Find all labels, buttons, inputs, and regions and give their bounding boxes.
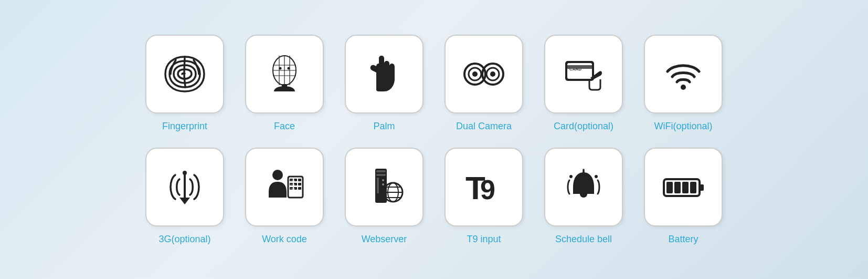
svg-text:1 2 3: 1 2 3 xyxy=(290,179,295,182)
icon-box-face xyxy=(245,35,324,113)
icon-box-card: CARD xyxy=(544,35,623,113)
schedule-bell-icon xyxy=(560,163,607,211)
cell-work-code: 1 2 3 4 5 6 7 8 9 Work code xyxy=(245,148,324,245)
icon-box-schedule-bell xyxy=(544,148,623,226)
wifi-icon xyxy=(660,50,707,98)
t9-icon: T 9 xyxy=(460,163,507,211)
cell-3g: 3G(optional) xyxy=(145,148,224,245)
cell-webserver: Webserver xyxy=(345,148,424,245)
svg-text:7 8 9: 7 8 9 xyxy=(290,188,295,190)
label-battery: Battery xyxy=(668,234,698,245)
cell-t9: T 9 T9 input xyxy=(444,148,523,245)
icon-box-palm xyxy=(345,35,424,113)
cell-battery: Battery xyxy=(644,148,723,245)
svg-text:9: 9 xyxy=(480,174,495,205)
svg-rect-40 xyxy=(376,174,386,176)
card-icon: CARD xyxy=(560,50,607,98)
svg-rect-28 xyxy=(298,179,301,181)
palm-icon xyxy=(361,50,408,98)
label-schedule-bell: Schedule bell xyxy=(555,234,612,245)
dual-camera-icon xyxy=(460,50,507,98)
svg-rect-34 xyxy=(298,187,301,190)
svg-point-15 xyxy=(490,71,495,77)
face-icon xyxy=(261,50,308,98)
label-card: Card(optional) xyxy=(554,121,613,132)
cell-face: Face xyxy=(245,35,324,132)
svg-point-8 xyxy=(279,67,282,69)
icon-box-webserver xyxy=(345,148,424,226)
icon-box-work-code: 1 2 3 4 5 6 7 8 9 xyxy=(245,148,324,226)
svg-rect-55 xyxy=(666,182,673,193)
icon-box-wifi xyxy=(644,35,723,113)
icon-box-battery xyxy=(644,148,723,226)
webserver-icon xyxy=(361,163,408,211)
label-3g: 3G(optional) xyxy=(158,234,210,245)
svg-rect-58 xyxy=(690,182,696,193)
cell-card: CARD Card(optional) xyxy=(544,35,623,132)
icon-box-dual-camera xyxy=(444,35,523,113)
svg-rect-39 xyxy=(376,170,386,172)
svg-point-20 xyxy=(681,85,686,90)
svg-rect-31 xyxy=(298,183,301,185)
cell-palm: Palm xyxy=(345,35,424,132)
svg-rect-56 xyxy=(674,182,681,193)
feature-grid: Fingerprint Face xyxy=(114,19,754,261)
label-t9: T9 input xyxy=(467,234,501,245)
label-webserver: Webserver xyxy=(362,234,407,245)
svg-text:4 5 6: 4 5 6 xyxy=(290,183,295,186)
svg-rect-57 xyxy=(682,182,689,193)
label-fingerprint: Fingerprint xyxy=(162,121,207,132)
label-palm: Palm xyxy=(373,121,395,132)
svg-point-42 xyxy=(382,179,384,181)
icon-box-fingerprint xyxy=(145,35,224,113)
svg-point-9 xyxy=(288,67,290,69)
cell-fingerprint: Fingerprint xyxy=(145,35,224,132)
cell-wifi: WiFi(optional) xyxy=(644,35,723,132)
svg-rect-19 xyxy=(567,65,592,69)
icon-box-t9: T 9 xyxy=(444,148,523,226)
battery-icon xyxy=(660,163,707,211)
svg-point-22 xyxy=(183,171,187,175)
svg-point-51 xyxy=(569,175,573,178)
svg-point-12 xyxy=(472,71,478,77)
svg-rect-41 xyxy=(377,178,379,193)
cell-dual-camera: Dual Camera xyxy=(444,35,523,132)
cell-schedule-bell: Schedule bell xyxy=(544,148,623,245)
3g-icon xyxy=(161,163,208,211)
label-dual-camera: Dual Camera xyxy=(456,121,512,132)
svg-point-52 xyxy=(595,175,598,178)
label-wifi: WiFi(optional) xyxy=(654,121,712,132)
svg-point-24 xyxy=(272,170,283,180)
icon-box-3g xyxy=(145,148,224,226)
svg-point-43 xyxy=(382,183,384,185)
svg-marker-23 xyxy=(179,198,190,204)
svg-rect-54 xyxy=(700,184,704,191)
work-code-icon: 1 2 3 4 5 6 7 8 9 xyxy=(261,163,308,211)
fingerprint-icon xyxy=(161,50,208,98)
label-face: Face xyxy=(274,121,295,132)
label-work-code: Work code xyxy=(262,234,307,245)
